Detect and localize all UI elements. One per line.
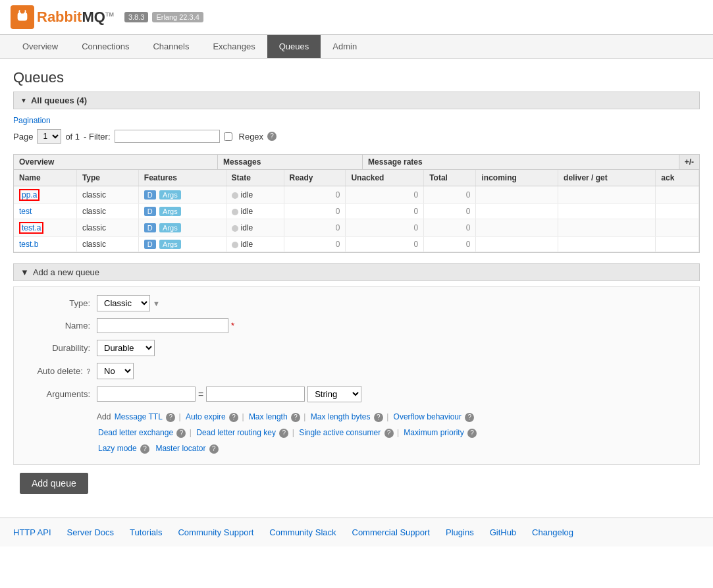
filter-label: - Filter: <box>84 132 110 142</box>
lazy-help[interactable]: ? <box>140 444 149 454</box>
nav-channels[interactable]: Channels <box>141 35 201 58</box>
page-select[interactable]: 1 <box>37 129 61 144</box>
col-state: State <box>226 170 284 186</box>
argument-value-input[interactable] <box>206 387 305 402</box>
form-row-type: Type: Classic Quorum ▼ <box>24 295 689 311</box>
sac-help[interactable]: ? <box>384 429 394 438</box>
all-queues-header[interactable]: ▼ All queues (4) <box>13 92 700 109</box>
overflow-help[interactable]: ? <box>465 413 474 422</box>
col-ack: ack <box>656 170 699 186</box>
queue-name-cell: test.a <box>14 219 76 237</box>
main-content: Queues ▼ All queues (4) Pagination Page … <box>0 59 713 504</box>
queue-state-cell: idle <box>226 219 284 237</box>
footer-changelog[interactable]: Changelog <box>532 527 573 537</box>
type-select[interactable]: Classic Quorum <box>97 295 150 311</box>
queue-type-cell: classic <box>76 237 138 252</box>
link-max-length[interactable]: Max length <box>249 412 288 421</box>
link-auto-expire[interactable]: Auto expire <box>186 412 226 421</box>
feature-d-badge: D <box>144 207 156 216</box>
link-dead-letter-routing-key[interactable]: Dead letter routing key <box>196 428 276 437</box>
link-message-ttl[interactable]: Message TTL <box>115 412 163 421</box>
queue-deliver-cell <box>558 219 656 237</box>
footer-github[interactable]: GitHub <box>490 527 516 537</box>
queue-incoming-cell <box>476 186 558 204</box>
queue-total-cell: 0 <box>424 204 476 219</box>
argument-key-input[interactable] <box>97 387 196 402</box>
logo-text: RabbitMQTM <box>37 9 114 26</box>
link-maximum-priority[interactable]: Maximum priority <box>404 428 463 437</box>
queue-ready-cell: 0 <box>284 204 346 219</box>
regex-checkbox[interactable] <box>224 132 232 141</box>
feature-d-badge: D <box>144 240 156 249</box>
add-queue-header[interactable]: ▼ Add a new queue <box>13 263 700 281</box>
max-length-help[interactable]: ? <box>291 413 300 422</box>
table-row: test.a classic D Args idle 0 0 0 <box>14 219 699 237</box>
nav-exchanges[interactable]: Exchanges <box>201 35 267 58</box>
dle-help[interactable]: ? <box>176 429 186 438</box>
mp-help[interactable]: ? <box>467 429 477 438</box>
type-select-arrow: ▼ <box>150 300 160 307</box>
nav-queues[interactable]: Queues <box>267 35 321 58</box>
queue-features-cell: D Args <box>138 204 226 219</box>
all-queues-label: All queues (4) <box>31 95 87 105</box>
footer-plugins[interactable]: Plugins <box>446 527 474 537</box>
pagination-label[interactable]: Pagination <box>13 116 700 125</box>
add-argument-links: Add Message TTL ? | Auto expire ? | Max … <box>97 409 689 456</box>
header: RabbitMQTM 3.8.3 Erlang 22.3.4 <box>0 0 713 35</box>
queue-name-link[interactable]: test <box>19 207 32 216</box>
queue-unacked-cell: 0 <box>346 204 424 219</box>
nav-overview[interactable]: Overview <box>11 35 70 58</box>
auto-delete-text: Auto delete: <box>37 366 82 376</box>
durability-select[interactable]: Durable Transient <box>97 340 155 356</box>
footer-commercial-support[interactable]: Commercial Support <box>352 527 431 537</box>
form-row-auto-delete: Auto delete: ? No Yes <box>24 363 689 379</box>
plus-minus-btn[interactable]: +/- <box>679 155 699 169</box>
queue-incoming-cell <box>476 237 558 252</box>
link-max-length-bytes[interactable]: Max length bytes <box>311 412 371 421</box>
auto-delete-help-icon[interactable]: ? <box>86 368 90 375</box>
link-overflow-behaviour[interactable]: Overflow behaviour <box>394 412 462 421</box>
link-lazy-mode[interactable]: Lazy mode <box>98 444 137 453</box>
pagination-section: Pagination Page 1 of 1 - Filter: Regex ? <box>13 109 700 147</box>
col-total: Total <box>424 170 476 186</box>
ml-help[interactable]: ? <box>209 444 219 454</box>
footer-community-slack[interactable]: Community Slack <box>269 527 336 537</box>
queue-name-link[interactable]: test.b <box>19 240 38 249</box>
queue-total-cell: 0 <box>424 186 476 204</box>
msg-ttl-help[interactable]: ? <box>166 413 175 422</box>
nav-admin[interactable]: Admin <box>321 35 369 58</box>
queue-name-link[interactable]: test.a <box>19 222 43 234</box>
nav-connections[interactable]: Connections <box>70 35 141 58</box>
link-dead-letter-exchange[interactable]: Dead letter exchange <box>98 428 173 437</box>
queue-name-link[interactable]: pp.a <box>19 189 40 201</box>
queue-unacked-cell: 0 <box>346 186 424 204</box>
max-length-bytes-help[interactable]: ? <box>374 413 383 422</box>
of-label: of 1 <box>65 132 80 142</box>
filter-input[interactable] <box>115 130 220 143</box>
table-header-row: Name Type Features State Ready Unacked T… <box>14 170 699 186</box>
version-badge: 3.8.3 <box>124 12 148 22</box>
section-messages: Messages <box>218 155 363 169</box>
equals-sign: = <box>198 389 203 400</box>
dlrk-help[interactable]: ? <box>279 429 288 438</box>
queues-table-container: Overview Messages Message rates +/- Name… <box>13 154 700 253</box>
queue-state-cell: idle <box>226 204 284 219</box>
add-label: Add <box>97 412 111 421</box>
footer-server-docs[interactable]: Server Docs <box>67 527 115 537</box>
auto-delete-select[interactable]: No Yes <box>97 363 134 379</box>
link-single-active-consumer[interactable]: Single active consumer <box>299 428 381 437</box>
footer-community-support[interactable]: Community Support <box>178 527 253 537</box>
queue-ready-cell: 0 <box>284 219 346 237</box>
add-queue-button[interactable]: Add queue <box>20 473 88 494</box>
footer-tutorials[interactable]: Tutorials <box>130 527 162 537</box>
regex-help-icon[interactable]: ? <box>267 132 277 141</box>
auto-expire-help[interactable]: ? <box>229 413 238 422</box>
name-input[interactable] <box>97 318 228 333</box>
queue-ack-cell <box>656 204 699 219</box>
queue-state-cell: idle <box>226 186 284 204</box>
queue-incoming-cell <box>476 219 558 237</box>
link-master-locator[interactable]: Master locator <box>155 444 205 453</box>
footer-http-api[interactable]: HTTP API <box>13 527 51 537</box>
form-row-arguments: Arguments: = String Number Boolean <box>24 386 689 402</box>
argument-type-select[interactable]: String Number Boolean <box>307 386 361 402</box>
